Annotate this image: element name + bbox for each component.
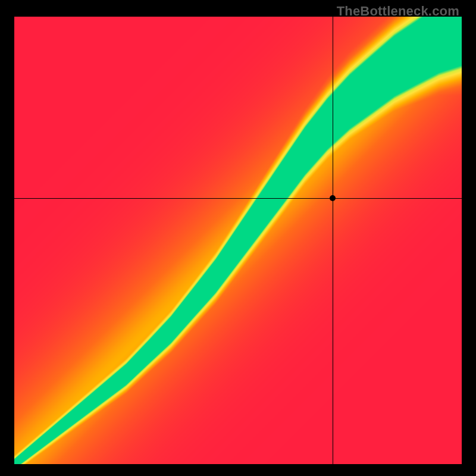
crosshair-vertical (333, 17, 333, 464)
heatmap-canvas (14, 17, 462, 464)
chart-frame: TheBottleneck.com (0, 0, 476, 476)
marker-dot (330, 195, 336, 201)
crosshair-horizontal (14, 198, 462, 199)
